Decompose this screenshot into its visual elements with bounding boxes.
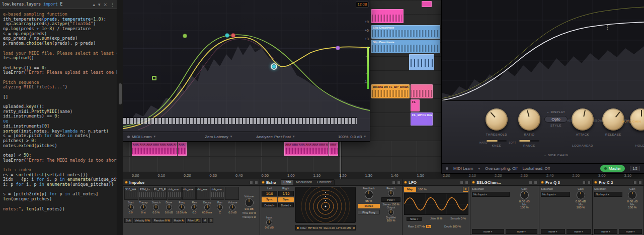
- impulse-s-control[interactable]: S: [208, 218, 213, 223]
- plugin-edit-icon[interactable]: [582, 181, 586, 184]
- global-volume-knob[interactable]: [245, 198, 254, 207]
- echo-left-mode-dropdown[interactable]: Dotted: [262, 203, 277, 207]
- echo-tab-echo[interactable]: Echo: [281, 180, 294, 185]
- hold-knob[interactable]: [630, 108, 644, 131]
- master-routing-pill[interactable]: Master: [600, 165, 625, 172]
- style-selector[interactable]: Opto: [544, 116, 568, 123]
- echo-hp-res[interactable]: Res 0.00: [324, 226, 335, 229]
- impulse-velocity-control[interactable]: Velocity 0 %: [133, 218, 151, 223]
- eq-band-handle[interactable]: [183, 34, 187, 38]
- smooth-value[interactable]: 0 %: [461, 217, 466, 220]
- echo-tunnel-display[interactable]: [295, 187, 356, 223]
- device-power-icon[interactable]: [594, 181, 597, 184]
- echo-filter-bar[interactable]: Filter HP 50.0 Hz Res 0.00 LP 5.00 kHz R…: [295, 225, 356, 230]
- echo-tab-character[interactable]: Character: [314, 180, 334, 185]
- code-editor[interactable]: low.keras.layers import E ▴▾×⋮ e-based s…: [0, 0, 117, 235]
- hot-swap-icon[interactable]: [392, 181, 395, 184]
- device-power-icon[interactable]: [404, 181, 407, 184]
- clip[interactable]: [422, 1, 432, 7]
- proq3-title-bar[interactable]: Pro-Q 3: [539, 179, 592, 186]
- playhead[interactable]: [341, 141, 341, 179]
- sidechain-input-dropdown[interactable]: No Input: [541, 192, 570, 197]
- echo-title-bar[interactable]: Echo EchoModulationCharacter: [260, 179, 402, 186]
- echo-lp-value[interactable]: LP 5.00 kHz: [336, 226, 351, 229]
- impulse-control-drive[interactable]: Drive0.0 dB: [163, 201, 175, 214]
- eq-band-handle[interactable]: [152, 76, 156, 80]
- impulse-slot[interactable]: PL_TS_F: [153, 187, 167, 200]
- hot-swap-icon[interactable]: [460, 181, 463, 184]
- delete-cell-icon[interactable]: ×: [103, 2, 107, 7]
- unfold-icon[interactable]: [534, 181, 537, 184]
- save-preset-icon[interactable]: [255, 181, 258, 184]
- echo-right-sync-button[interactable]: Sync: [278, 197, 294, 202]
- editor-scrollbar[interactable]: [117, 0, 123, 235]
- echo-left-sync-button[interactable]: Sync: [262, 197, 277, 202]
- piano-strip[interactable]: [123, 118, 357, 124]
- unfold-icon[interactable]: [587, 181, 591, 184]
- stereo-mode-button[interactable]: Stereo: [358, 204, 380, 208]
- impulse-filter-control[interactable]: Filter LP1: [186, 218, 201, 223]
- compressor-display[interactable]: [442, 0, 644, 100]
- code-lines[interactable]: e-based sampling functionith_temperature…: [0, 9, 117, 216]
- impulse-control-freq[interactable]: Freq18.5 kHz: [175, 201, 188, 214]
- impulse-control-start[interactable]: Start0.0: [124, 201, 137, 214]
- range-slider[interactable]: [519, 140, 539, 142]
- impulse-slot[interactable]: rhh_sna: [168, 187, 182, 200]
- eq-band-handle[interactable]: [336, 46, 340, 50]
- sidechain-input-dropdown[interactable]: No Input: [472, 192, 510, 197]
- db-range-button[interactable]: 12 dB: [356, 2, 369, 8]
- impulse-control-res[interactable]: Res0.0: [188, 201, 201, 214]
- display-toggle[interactable]: ⌄ DISPLAY: [535, 110, 577, 113]
- echo-right-mode-dropdown[interactable]: Dotted: [278, 203, 294, 207]
- echo-right-division[interactable]: 1/16: [278, 191, 294, 196]
- impulse-control-volume[interactable]: Volume0.0 dB: [226, 201, 239, 214]
- filter-toggle-icon[interactable]: [297, 227, 299, 229]
- oversampling-selector[interactable]: Oversampling: Off: [485, 166, 517, 171]
- impulse-control-pan[interactable]: PanC: [213, 201, 226, 214]
- eq-display[interactable]: [123, 0, 370, 132]
- echo-hp-value[interactable]: HP 50.0 Hz: [308, 226, 322, 229]
- echo-lp-res[interactable]: Res 0.00: [353, 226, 356, 229]
- param-dropdown[interactable]: none: [567, 229, 591, 234]
- proc2-title-bar[interactable]: Pro-C 2: [593, 179, 643, 186]
- map-amount[interactable]: 100 %: [418, 188, 427, 191]
- echo-left-division[interactable]: 1/16: [262, 191, 277, 196]
- mix-value[interactable]: 100 %: [623, 206, 642, 209]
- echo-input-knob[interactable]: [266, 219, 272, 225]
- impulse-title-bar[interactable]: Impulse: [123, 179, 260, 186]
- sidechain-toggle[interactable]: ⌄ SIDE CHAIN: [535, 153, 577, 157]
- param-dropdown[interactable]: none: [541, 229, 565, 234]
- clip[interactable]: [409, 54, 434, 70]
- impulse-control-transp[interactable]: Transp0 st: [137, 201, 149, 214]
- analyzer-mode-button[interactable]: Analyzer: Pre+Post: [256, 135, 291, 139]
- impulse-m-control[interactable]: M: [202, 218, 208, 223]
- eq-band-handle[interactable]: [225, 33, 229, 38]
- mix-value[interactable]: 100 %: [571, 206, 591, 209]
- clip[interactable]: Dmaha Dri FL_BP_Dmah: [371, 84, 410, 98]
- sidechain-input-dropdown[interactable]: No Input: [594, 192, 622, 197]
- clip[interactable]: Slip Deactivate: [371, 25, 440, 39]
- param-dropdown[interactable]: none: [472, 229, 504, 234]
- move-up-icon[interactable]: ▴: [93, 2, 95, 7]
- feedback-knob[interactable]: [365, 190, 373, 199]
- knee-handle[interactable]: •••: [607, 24, 609, 30]
- eq-band-handle[interactable]: [231, 33, 235, 38]
- save-preset-icon[interactable]: [465, 181, 468, 184]
- output-gain[interactable]: 0.0 dB: [350, 135, 362, 139]
- device-power-icon[interactable]: [262, 181, 265, 184]
- echo-tab-modulation[interactable]: Modulation: [293, 180, 314, 185]
- impulse-soft-control[interactable]: Soft: [124, 218, 132, 223]
- release-knob[interactable]: [602, 108, 624, 131]
- impulse-slot[interactable]: rhh_sna: [182, 187, 196, 200]
- clip[interactable]: [411, 84, 433, 98]
- channel-badge[interactable]: 1/2: [630, 166, 640, 171]
- scrollbar-thumb[interactable]: [119, 83, 122, 104]
- arrangement-clip[interactable]: AHA: [178, 142, 187, 156]
- unfold-icon[interactable]: [638, 181, 642, 184]
- threshold-knob[interactable]: [486, 108, 508, 131]
- impulse-control-decay[interactable]: Decay60.0 ms: [201, 201, 213, 214]
- ping-pong-button[interactable]: Ping Pong: [358, 210, 380, 214]
- impulse-slot[interactable]: ESM_lcc: [139, 187, 153, 200]
- move-down-icon[interactable]: ▾: [98, 2, 101, 7]
- gain-knob[interactable]: [577, 191, 585, 199]
